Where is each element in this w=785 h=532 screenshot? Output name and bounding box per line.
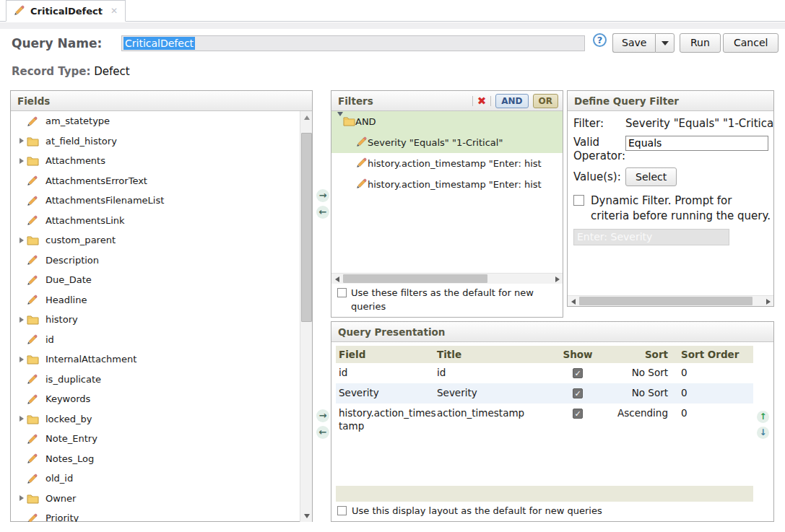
- valid-operator-input[interactable]: [625, 136, 768, 151]
- fields-tree-item[interactable]: custom_parent: [11, 230, 312, 250]
- pencil-icon: [27, 393, 41, 405]
- fields-tree-item[interactable]: old_id: [11, 468, 312, 489]
- presentation-table-row[interactable]: SeveritySeverity✓No Sort0: [336, 383, 753, 404]
- fields-tree-item[interactable]: AttachmentsFilenameList: [11, 191, 312, 211]
- filters-default-checkbox[interactable]: [337, 288, 347, 297]
- add-filter-arrow-icon[interactable]: →: [316, 189, 329, 202]
- remove-filter-arrow-icon[interactable]: ←: [316, 206, 329, 219]
- column-header-title: Title: [437, 349, 552, 360]
- filters-tree-item[interactable]: history.action_timestamp "Enter: hist: [331, 174, 563, 195]
- presentation-table-footer: [336, 486, 753, 502]
- save-dropdown-button[interactable]: [655, 33, 675, 53]
- fields-tree-item[interactable]: Priority: [11, 508, 312, 522]
- scroll-right-icon[interactable]: [763, 296, 773, 307]
- fields-tree-item[interactable]: Owner: [11, 489, 312, 509]
- scroll-up-icon[interactable]: [300, 111, 312, 123]
- or-button[interactable]: OR: [533, 94, 558, 108]
- tab-criticaldefect[interactable]: CriticalDefect ✕: [6, 0, 126, 22]
- scroll-right-icon[interactable]: [552, 274, 563, 284]
- scrollbar-thumb[interactable]: [343, 274, 487, 283]
- pencil-icon: [27, 195, 41, 206]
- fields-tree-item[interactable]: Keywords: [11, 389, 312, 409]
- expand-arrow-icon[interactable]: [17, 495, 27, 501]
- scrollbar-thumb[interactable]: [301, 133, 312, 322]
- expand-arrow-icon[interactable]: [17, 317, 27, 323]
- scroll-down-icon[interactable]: [300, 510, 312, 522]
- close-icon[interactable]: ✕: [110, 6, 118, 16]
- cell-sort-order: 0: [668, 367, 747, 378]
- filter-value: Severity "Equals" "1-Critica: [625, 117, 773, 131]
- dynamic-prompt-disabled-input: Enter: Severity: [573, 229, 729, 245]
- fields-tree-item[interactable]: is_duplicate: [11, 370, 312, 390]
- expand-arrow-icon[interactable]: [17, 416, 27, 422]
- field-label: at_field_history: [45, 136, 117, 147]
- presentation-table-header: Field Title Show Sort Sort Order: [336, 346, 753, 363]
- folder-icon: [27, 413, 41, 424]
- move-down-icon[interactable]: ↓: [757, 427, 769, 439]
- collapse-arrow-icon[interactable]: [337, 116, 343, 127]
- fields-tree-item[interactable]: locked_by: [11, 409, 312, 429]
- field-label: AttachmentsLink: [45, 215, 125, 226]
- fields-tree-item[interactable]: AttachmentsErrorText: [11, 171, 312, 191]
- fields-tree-item[interactable]: history: [11, 310, 312, 330]
- dynamic-filter-checkbox[interactable]: [573, 195, 584, 206]
- cancel-button[interactable]: Cancel: [723, 33, 779, 53]
- move-up-icon[interactable]: ↑: [757, 411, 769, 423]
- fields-tree-item[interactable]: Attachments: [11, 151, 312, 171]
- expand-arrow-icon[interactable]: [17, 138, 27, 144]
- fields-tree-item[interactable]: Note_Entry: [11, 429, 312, 449]
- filter-label: history.action_timestamp "Enter: hist: [368, 179, 542, 190]
- expand-arrow-icon[interactable]: [17, 158, 27, 164]
- define-panel-title: Define Query Filter: [574, 95, 679, 107]
- fields-panel-title: Fields: [17, 95, 50, 107]
- fields-tree-item[interactable]: AttachmentsLink: [11, 211, 312, 231]
- filters-tree-item[interactable]: Severity "Equals" "1-Critical": [331, 132, 563, 153]
- select-values-button[interactable]: Select: [625, 167, 677, 186]
- layout-default-checkbox[interactable]: [337, 506, 347, 515]
- pencil-icon: [14, 4, 25, 18]
- fields-tree-item[interactable]: at_field_history: [11, 131, 312, 152]
- save-button[interactable]: Save: [612, 33, 655, 53]
- fields-tree-item[interactable]: InternalAttachment: [11, 349, 312, 370]
- folder-icon: [343, 115, 355, 128]
- fields-tree-item[interactable]: Due_Date: [11, 270, 312, 290]
- help-icon[interactable]: ?: [593, 33, 607, 47]
- field-label: is_duplicate: [45, 374, 101, 385]
- fields-tree-item[interactable]: Headline: [11, 290, 312, 310]
- show-checkbox[interactable]: ✓: [573, 388, 583, 398]
- cell-sort: No Sort: [603, 367, 668, 378]
- scroll-left-icon[interactable]: [568, 296, 578, 307]
- presentation-table-row[interactable]: history.action_timestampaction_timestamp…: [336, 404, 753, 436]
- filters-tree-item[interactable]: history.action_timestamp "Enter: hist: [331, 153, 563, 174]
- expand-arrow-icon[interactable]: [17, 357, 27, 362]
- filters-tree-item[interactable]: AND: [331, 111, 563, 132]
- field-label: Priority: [45, 513, 79, 522]
- run-button[interactable]: Run: [680, 33, 721, 53]
- fields-tree-item[interactable]: Description: [11, 250, 312, 271]
- scrollbar-thumb[interactable]: [579, 297, 753, 305]
- values-label: Value(s):: [573, 170, 625, 184]
- fields-scrollbar[interactable]: [300, 111, 312, 522]
- show-checkbox[interactable]: ✓: [573, 409, 583, 419]
- fields-tree-item[interactable]: Notes_Log: [11, 449, 312, 469]
- fields-tree-item[interactable]: am_statetype: [11, 111, 312, 131]
- delete-filter-icon[interactable]: ✖: [477, 96, 487, 106]
- pencil-icon: [27, 175, 41, 186]
- folder-icon: [27, 492, 41, 504]
- define-hscrollbar[interactable]: [568, 295, 773, 306]
- cell-show: ✓: [552, 367, 603, 378]
- scroll-left-icon[interactable]: [331, 274, 342, 284]
- and-button[interactable]: AND: [495, 94, 528, 108]
- field-label: id: [45, 334, 54, 345]
- query-name-selected-text: CriticalDefect: [123, 37, 195, 50]
- add-column-arrow-icon[interactable]: →: [316, 409, 329, 422]
- filters-default-checkbox-label: Use these filters as the default for new…: [351, 287, 557, 314]
- query-name-input[interactable]: CriticalDefect: [121, 35, 585, 51]
- show-checkbox[interactable]: ✓: [573, 368, 583, 378]
- filters-hscrollbar[interactable]: [331, 273, 563, 284]
- expand-arrow-icon[interactable]: [17, 237, 27, 243]
- field-label: AttachmentsFilenameList: [45, 195, 164, 206]
- remove-column-arrow-icon[interactable]: ←: [316, 426, 329, 439]
- fields-tree-item[interactable]: id: [11, 330, 312, 350]
- presentation-table-row[interactable]: idid✓No Sort0: [336, 363, 753, 383]
